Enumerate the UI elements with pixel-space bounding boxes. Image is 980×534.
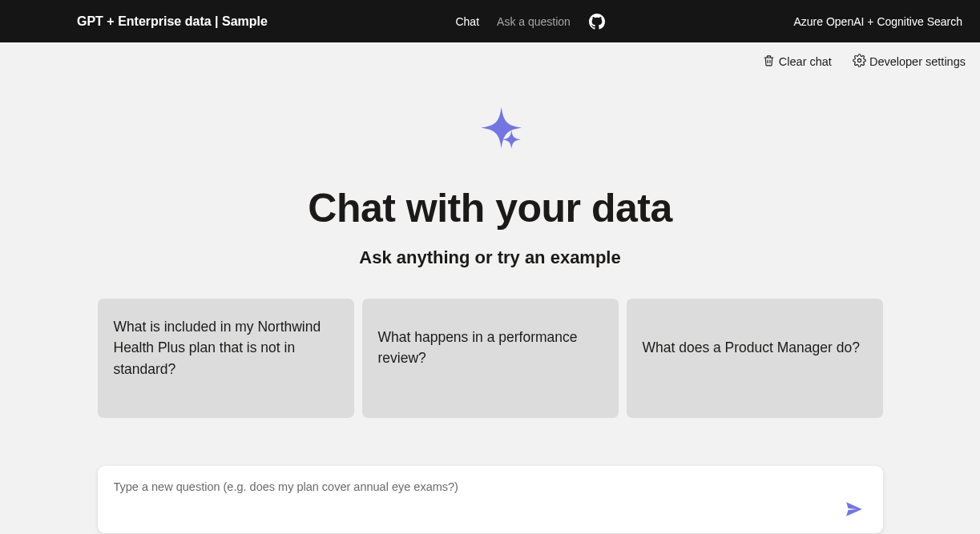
chat-toolbar: Clear chat Developer settings — [0, 42, 980, 70]
app-header: GPT + Enterprise data | Sample Chat Ask … — [0, 0, 980, 42]
app-title: GPT + Enterprise data | Sample — [77, 14, 268, 29]
hero: Chat with your data Ask anything or try … — [0, 94, 980, 268]
example-card[interactable]: What happens in a performance review? — [362, 299, 619, 418]
nav-chat[interactable]: Chat — [455, 15, 479, 28]
example-card[interactable]: What is included in my Northwind Health … — [98, 299, 354, 418]
send-button[interactable] — [843, 500, 865, 522]
hero-subtitle: Ask anything or try an example — [359, 247, 620, 268]
developer-settings-label: Developer settings — [869, 55, 966, 68]
github-icon[interactable] — [588, 13, 606, 30]
sparkle-icon — [454, 94, 527, 171]
developer-settings-button[interactable]: Developer settings — [853, 54, 966, 70]
nav-ask-question[interactable]: Ask a question — [497, 15, 571, 28]
hero-title: Chat with your data — [308, 185, 671, 231]
clear-chat-label: Clear chat — [779, 55, 832, 68]
svg-point-0 — [857, 58, 861, 62]
example-prompts: What is included in my Northwind Health … — [98, 299, 883, 418]
header-right-label: Azure OpenAI + Cognitive Search — [793, 15, 962, 28]
gear-icon — [853, 54, 866, 70]
chat-input-container — [98, 466, 883, 533]
send-icon — [844, 499, 865, 522]
header-nav: Chat Ask a question — [268, 13, 794, 30]
chat-input[interactable] — [114, 480, 867, 498]
clear-chat-button[interactable]: Clear chat — [762, 54, 832, 70]
example-card[interactable]: What does a Product Manager do? — [627, 299, 883, 418]
trash-icon — [762, 54, 776, 70]
